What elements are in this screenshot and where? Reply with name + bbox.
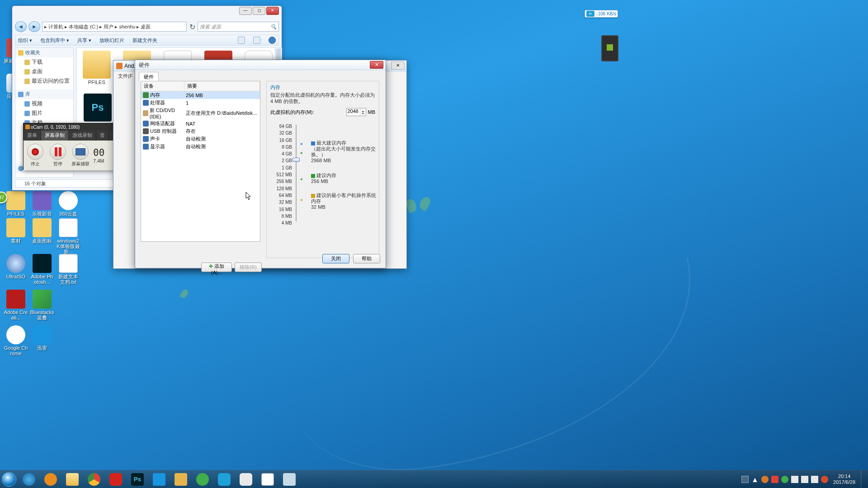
slider-thumb[interactable] — [292, 158, 300, 162]
view-icon[interactable] — [238, 37, 245, 44]
tray-ic[interactable] — [771, 476, 778, 483]
phone-widget[interactable] — [601, 35, 618, 61]
desk-icon[interactable]: Bluestacks 蓝叠 — [30, 290, 54, 320]
task-vmware[interactable] — [170, 471, 191, 488]
max-marker-icon: ◄ — [299, 142, 303, 146]
ocam-tab-screen[interactable]: 屏幕录制 — [41, 131, 69, 141]
add-hardware-button[interactable]: ✚ 添加(A)... — [201, 263, 232, 272]
desk-icon[interactable]: 素材 — [4, 218, 28, 244]
memory-settings-pane: 内存 指定分配给此虚拟机的内存量。内存大小必须为 4 MB 的倍数。 此虚拟机的… — [266, 81, 379, 258]
task-ie[interactable] — [19, 471, 39, 488]
task-cloud[interactable] — [236, 471, 256, 488]
share-menu[interactable]: 共享 ▾ — [77, 37, 91, 44]
tray-ic[interactable] — [821, 476, 828, 483]
desk-icon[interactable]: 乐视影音 — [30, 191, 54, 216]
tray-ic[interactable] — [811, 476, 818, 483]
forward-button[interactable]: ► — [28, 21, 40, 32]
file-item[interactable]: PsAdobe — [80, 94, 116, 124]
help-button[interactable]: 帮助 — [353, 254, 380, 263]
sidebar-downloads[interactable]: 下载 — [15, 57, 73, 67]
maximize-button[interactable]: ◻ — [253, 7, 265, 15]
ocam-timer: 00 — [93, 147, 104, 158]
task-netease[interactable] — [105, 471, 126, 488]
download-icon — [607, 44, 613, 51]
memory-label: 此虚拟机的内存(M): — [270, 109, 314, 116]
tray-arrow-icon[interactable]: ▲ — [751, 476, 759, 483]
task-photoshop[interactable]: Ps — [127, 471, 148, 488]
task-ocam[interactable] — [257, 471, 278, 488]
desk-icon[interactable]: 桌面图标 — [30, 218, 54, 244]
dialog-title: 硬件 — [135, 60, 386, 70]
device-row[interactable]: 声卡自动检测 — [141, 135, 260, 143]
search-input[interactable]: 搜索 桌面 🔍 — [198, 22, 279, 32]
breadcrumb[interactable]: ▸计算机▸ 本地磁盘 (C:)▸ 用户▸ shenhu▸ 桌面 — [42, 22, 187, 32]
device-row[interactable]: 处理器1 — [141, 99, 260, 107]
desk-icon[interactable]: 新建文本文档.txt — [56, 254, 80, 285]
desk-icon[interactable]: windows2K体验版最新... — [56, 218, 80, 254]
task-media[interactable] — [40, 471, 61, 488]
ocam-size: 7.4M — [93, 158, 104, 164]
vmware-icon — [116, 63, 123, 69]
sidebar-desktop[interactable]: 桌面 — [15, 67, 73, 76]
desk-icon[interactable]: Google Chrome — [4, 325, 28, 356]
device-row[interactable]: 显示器自动检测 — [141, 143, 260, 150]
device-list[interactable]: 设备摘要 内存256 MB处理器1新 CD/DVD (IDE)正在使用文件 D:… — [141, 81, 260, 242]
help-icon[interactable] — [269, 37, 276, 44]
tray-ic[interactable] — [761, 476, 769, 483]
ocam-icon — [25, 125, 30, 129]
task-360[interactable] — [192, 471, 213, 488]
device-row[interactable]: 内存256 MB — [141, 91, 260, 99]
current-marker-icon: ◄ — [299, 151, 303, 155]
desk-icon[interactable]: 迅雷 — [30, 325, 54, 351]
vmware-close[interactable]: ✕ — [391, 61, 405, 70]
slideshow-button[interactable]: 放映幻灯片 — [99, 37, 124, 44]
device-row[interactable]: 网络适配器NAT — [141, 120, 260, 127]
minimize-button[interactable]: — — [239, 7, 252, 15]
tray-ic[interactable] — [781, 476, 788, 483]
ocam-capture[interactable]: 屏幕捕获 — [71, 144, 90, 167]
include-in-library-menu[interactable]: 包含到库中 ▾ — [40, 37, 69, 44]
device-row[interactable]: 新 CD/DVD (IDE)正在使用文件 D:\BaiduNetdiskDown… — [141, 107, 260, 120]
ocam-pause[interactable]: 暂停 — [48, 144, 68, 167]
preview-pane-icon[interactable] — [253, 37, 260, 44]
device-row[interactable]: USB 控制器存在 — [141, 127, 260, 135]
network-indicator[interactable]: ∞↓ 106 KB/s — [585, 10, 618, 18]
explorer-toolbar: 组织 ▾ 包含到库中 ▾ 共享 ▾ 放映幻灯片 新建文件夹 — [15, 35, 279, 46]
sidebar-videos[interactable]: 视频 — [15, 99, 73, 108]
new-folder-button[interactable]: 新建文件夹 — [132, 37, 157, 44]
ocam-title: oCam (0, 0, 1920, 1080) — [31, 125, 80, 130]
recommended-marker-icon: ◄ — [299, 177, 303, 181]
ocam-tab-menu[interactable]: 菜单 — [24, 131, 41, 141]
close-button[interactable]: ✕ — [266, 7, 279, 15]
organize-menu[interactable]: 组织 ▾ — [18, 37, 32, 44]
back-button[interactable]: ◄ — [15, 21, 27, 32]
start-button[interactable] — [0, 470, 18, 488]
memory-slider[interactable]: 64 GB32 GB16 GB8 GB4 GB2 GB1 GB512 MB256… — [270, 123, 376, 231]
tray-volume-icon[interactable] — [801, 476, 808, 483]
desk-icon[interactable]: 360云盘 — [56, 191, 80, 216]
sidebar-pictures[interactable]: 图片 — [15, 108, 73, 118]
ocam-tab-game[interactable]: 游戏录制 — [69, 131, 96, 141]
spinner-icon[interactable] — [360, 109, 365, 116]
task-chrome[interactable] — [84, 471, 104, 488]
task-baidu[interactable] — [214, 471, 235, 488]
ocam-tab-audio[interactable]: 音 — [96, 131, 109, 141]
tray-show-hidden[interactable] — [741, 476, 749, 483]
memory-input[interactable]: 2048 — [346, 108, 366, 116]
min-marker-icon: ◄ — [299, 198, 303, 202]
task-explorer[interactable] — [62, 471, 83, 488]
sidebar-recent[interactable]: 最近访问的位置 — [15, 76, 73, 86]
task-thunder[interactable] — [149, 471, 170, 488]
desk-icon[interactable]: UltraISO — [4, 254, 28, 279]
clock[interactable]: 20:142017/6/28 — [830, 474, 859, 485]
show-desktop[interactable] — [861, 471, 867, 488]
tray-network-icon[interactable] — [791, 476, 798, 483]
desk-icon[interactable]: Adobe Creati... — [4, 290, 28, 320]
desk-icon[interactable]: PFILES — [4, 191, 28, 216]
dialog-close-button[interactable]: ✕ — [370, 61, 383, 69]
ocam-stop[interactable]: 停止 — [25, 144, 45, 167]
tab-hardware[interactable]: 硬件 — [139, 72, 159, 82]
close-dialog-button[interactable]: 关闭 — [322, 254, 349, 263]
desk-icon[interactable]: Adobe Photosh... — [30, 254, 54, 285]
task-notepad[interactable] — [279, 471, 300, 488]
